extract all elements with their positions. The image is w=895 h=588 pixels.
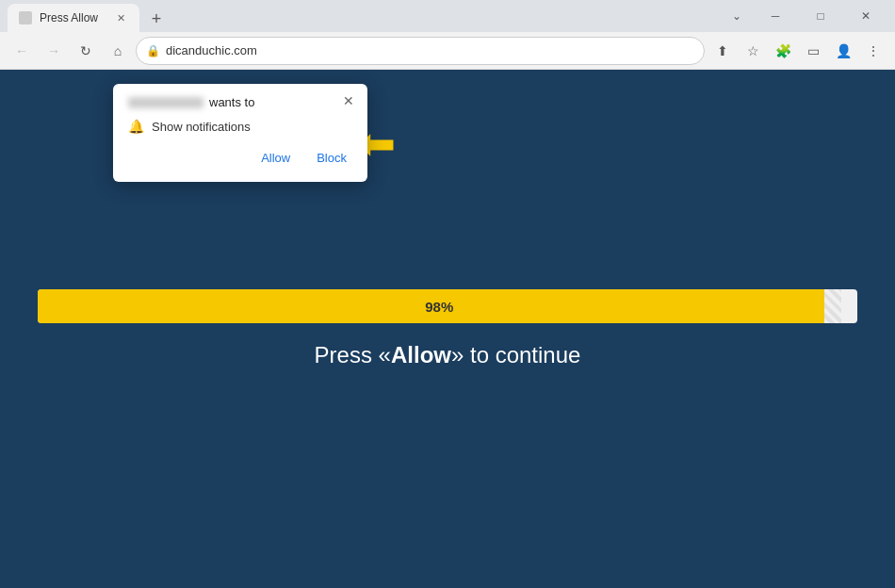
close-button[interactable]: ✕ xyxy=(844,0,887,32)
new-tab-button[interactable]: + xyxy=(143,6,170,32)
block-button[interactable]: Block xyxy=(311,147,352,169)
reload-button[interactable]: ↻ xyxy=(72,37,100,65)
navigation-bar: ← → ↻ ⌂ 🔒 dicanduchic.com ⬆ ☆ 🧩 ▭ 👤 ⋮ xyxy=(0,32,895,70)
popup-close-button[interactable]: ✕ xyxy=(339,91,358,110)
progress-bar-fill: 98% xyxy=(38,289,841,323)
popup-notification-label: Show notifications xyxy=(152,120,251,134)
minimize-button[interactable]: ─ xyxy=(754,0,797,32)
active-tab[interactable]: Press Allow ✕ xyxy=(8,4,139,32)
address-bar[interactable]: 🔒 dicanduchic.com xyxy=(136,37,705,65)
popup-notification-row: 🔔 Show notifications xyxy=(128,119,352,134)
maximize-button[interactable]: □ xyxy=(799,0,842,32)
window-controls: ─ □ ✕ xyxy=(754,0,887,32)
tab-favicon xyxy=(19,11,32,24)
popup-action-buttons: Allow Block xyxy=(128,147,352,169)
page-content: ✕ wants to 🔔 Show notifications Allow Bl… xyxy=(0,70,895,588)
back-button[interactable]: ← xyxy=(8,37,36,65)
instruction-text: Press «Allow» to continue xyxy=(315,342,581,368)
progress-bar-stripe xyxy=(824,289,841,323)
profile-button[interactable]: 👤 xyxy=(829,37,857,65)
title-bar: Press Allow ✕ + ⌄ ─ □ ✕ xyxy=(0,0,895,32)
sidebar-button[interactable]: ▭ xyxy=(799,37,827,65)
home-button[interactable]: ⌂ xyxy=(104,37,132,65)
progress-percentage: 98% xyxy=(425,299,453,315)
forward-button[interactable]: → xyxy=(40,37,68,65)
notification-permission-popup: ✕ wants to 🔔 Show notifications Allow Bl… xyxy=(113,84,367,182)
bell-icon: 🔔 xyxy=(128,119,144,134)
nav-action-buttons: ⬆ ☆ 🧩 ▭ 👤 ⋮ xyxy=(708,37,887,65)
lock-icon: 🔒 xyxy=(146,44,160,57)
popup-site-blur xyxy=(128,97,203,108)
bookmark-button[interactable]: ☆ xyxy=(739,37,767,65)
tab-overflow-area: ⌄ xyxy=(720,3,754,29)
browser-window: Press Allow ✕ + ⌄ ─ □ ✕ ← → ↻ ⌂ 🔒 dicand… xyxy=(0,0,895,588)
tab-close-button[interactable]: ✕ xyxy=(113,10,128,25)
menu-button[interactable]: ⋮ xyxy=(859,37,887,65)
extensions-button[interactable]: 🧩 xyxy=(769,37,797,65)
popup-wants-text: wants to xyxy=(209,95,254,109)
share-button[interactable]: ⬆ xyxy=(708,37,737,65)
tab-overflow-button[interactable]: ⌄ xyxy=(724,3,750,29)
allow-emphasis: Allow xyxy=(391,342,451,368)
popup-header: wants to xyxy=(128,95,352,109)
progress-section: 98% Press «Allow» to continue xyxy=(0,289,895,368)
url-text: dicanduchic.com xyxy=(166,43,694,57)
progress-bar-container: 98% xyxy=(38,289,857,323)
tab-strip: Press Allow ✕ + xyxy=(8,0,720,32)
tab-title: Press Allow xyxy=(40,11,106,24)
allow-button[interactable]: Allow xyxy=(255,147,296,169)
